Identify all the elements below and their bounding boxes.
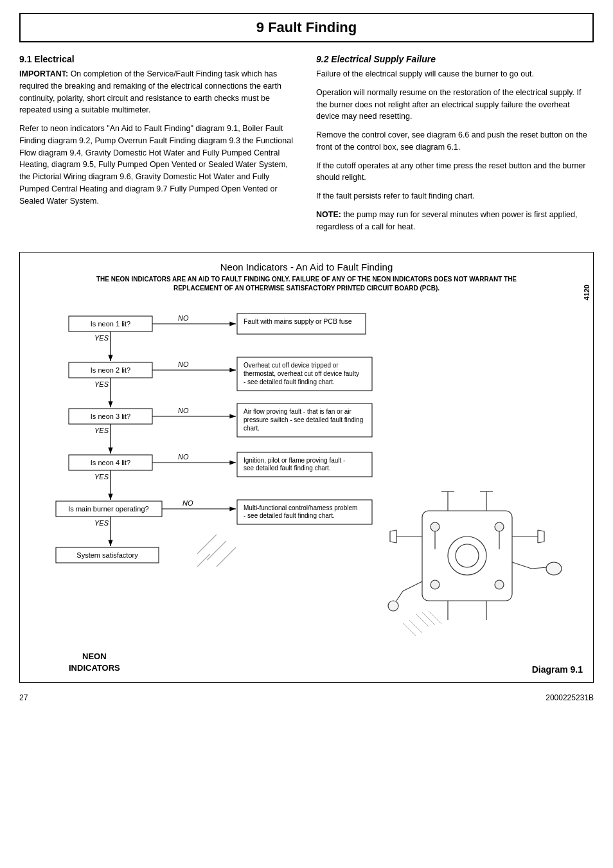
svg-text:Is neon 3 lit?: Is neon 3 lit? — [91, 412, 130, 420]
svg-line-52 — [197, 554, 210, 567]
section-92-para6-bold: NOTE: — [316, 210, 341, 219]
svg-text:- see detailed fault finding c: - see detailed fault finding chart. — [244, 512, 335, 519]
svg-line-82 — [396, 591, 403, 601]
two-col-sections: 9.1 Electrical IMPORTANT: On completion … — [19, 54, 594, 239]
section-92: 9.2 Electrical Supply Failure Failure of… — [316, 54, 594, 239]
svg-text:YES: YES — [94, 334, 109, 342]
svg-text:NO: NO — [178, 314, 189, 322]
flowchart-svg: Is neon 1 lit? NO Fault with mains suppl… — [30, 303, 390, 644]
svg-text:Is main burner operating?: Is main burner operating? — [68, 505, 148, 513]
section-92-para3: Remove the control cover, see diagram 6.… — [316, 129, 594, 154]
svg-text:chart.: chart. — [244, 425, 260, 432]
svg-text:NO: NO — [178, 453, 189, 461]
diagram-bottom-row: NEON INDICATORS Diagram 9.1 — [30, 651, 583, 674]
svg-line-88 — [403, 623, 416, 636]
page-title-bar: 9 Fault Finding — [19, 13, 594, 42]
svg-text:- see detailed fault finding c: - see detailed fault finding chart. — [244, 378, 335, 385]
svg-text:NO: NO — [178, 407, 189, 414]
svg-point-80 — [546, 562, 562, 575]
svg-text:System satisfactory: System satisfactory — [76, 551, 138, 559]
svg-text:thermostat, overheat cut off d: thermostat, overheat cut off device faul… — [244, 370, 359, 377]
section-92-para2: Operation will normally resume on the re… — [316, 87, 594, 123]
svg-text:Is neon 1 lit?: Is neon 1 lit? — [91, 320, 130, 328]
footer-page-number: 27 — [19, 693, 28, 702]
diagram-rotated-label: 4120 — [583, 285, 591, 300]
svg-point-74 — [431, 580, 440, 589]
svg-line-50 — [207, 541, 226, 560]
svg-point-70 — [448, 536, 486, 575]
diagram-subtitle-line2: REPLACEMENT OF AN OTHERWISE SATISFACTORY… — [173, 285, 440, 292]
section-91: 9.1 Electrical IMPORTANT: On completion … — [19, 54, 297, 239]
svg-line-87 — [409, 620, 422, 633]
svg-text:Overheat  cut off device tripp: Overheat cut off device tripped or — [244, 362, 339, 369]
svg-line-57 — [390, 530, 396, 531]
section-91-para1: IMPORTANT: On completion of the Service/… — [19, 68, 297, 116]
svg-line-62 — [538, 530, 544, 531]
diagram-title: Neon Indicators - An Aid to Fault Findin… — [30, 261, 583, 272]
diagram-subtitle: THE NEON INDICATORS ARE AN AID TO FAULT … — [30, 275, 583, 293]
svg-line-51 — [217, 547, 236, 567]
svg-line-78 — [512, 562, 531, 569]
neon-indicators-label: NEON INDICATORS — [69, 651, 120, 674]
svg-point-72 — [431, 522, 440, 531]
svg-line-81 — [403, 581, 422, 591]
svg-line-85 — [422, 612, 435, 625]
svg-text:NO: NO — [178, 360, 189, 368]
svg-text:Is neon 4 lit?: Is neon 4 lit? — [91, 459, 130, 466]
svg-text:YES: YES — [94, 473, 109, 481]
svg-line-79 — [531, 567, 547, 569]
diagram-subtitle-line1: THE NEON INDICATORS ARE AN AID TO FAULT … — [96, 276, 517, 283]
section-91-heading: 9.1 Electrical — [19, 54, 297, 64]
flowchart-area: Is neon 1 lit? NO Fault with mains suppl… — [30, 303, 583, 646]
svg-point-75 — [495, 580, 504, 589]
svg-line-63 — [538, 542, 544, 543]
svg-text:YES: YES — [94, 427, 109, 434]
page-footer: 27 2000225231B — [19, 693, 594, 702]
page: 9 Fault Finding 9.1 Electrical IMPORTANT… — [0, 0, 613, 868]
svg-text:Is neon 2 lit?: Is neon 2 lit? — [91, 366, 130, 374]
boiler-illustration — [384, 485, 583, 646]
svg-line-58 — [390, 542, 396, 543]
svg-text:NO: NO — [182, 499, 193, 507]
diagram-number-label: Diagram 9.1 — [532, 664, 583, 675]
section-92-para1: Failure of the electrical supply will ca… — [316, 68, 594, 80]
section-92-para4: If the cutoff operates at any other time… — [316, 160, 594, 184]
footer-doc-number: 2000225231B — [546, 693, 594, 702]
svg-text:YES: YES — [94, 519, 109, 527]
svg-text:YES: YES — [94, 380, 109, 388]
section-92-para5: If the fault persists refer to fault fin… — [316, 190, 594, 202]
svg-text:Multi-functional control/harne: Multi-functional control/harness problem — [244, 504, 357, 511]
neon-label-line1: NEON — [82, 651, 107, 661]
svg-text:see detailed fault finding cha: see detailed fault finding chart. — [244, 465, 331, 472]
neon-label-line2: INDICATORS — [69, 663, 120, 673]
svg-point-83 — [388, 601, 398, 611]
svg-line-49 — [197, 535, 217, 554]
svg-text:Fault with mains supply or PCB: Fault with mains supply or PCB fuse — [244, 317, 352, 325]
svg-line-84 — [416, 614, 429, 626]
svg-point-73 — [495, 522, 504, 531]
svg-text:pressure switch - see detailed: pressure switch - see detailed fault fin… — [244, 416, 363, 423]
page-title: 9 Fault Finding — [256, 19, 357, 35]
section-91-para1-bold: IMPORTANT: — [19, 69, 68, 78]
svg-text:Ignition, pilot or flame provi: Ignition, pilot or flame proving fault - — [244, 457, 345, 464]
diagram-box: Neon Indicators - An Aid to Fault Findin… — [19, 252, 594, 682]
section-92-para6: NOTE: the pump may run for several minut… — [316, 209, 594, 233]
svg-text:Air flow proving fault - that : Air flow proving fault - that is fan or … — [244, 408, 352, 415]
section-91-para2: Refer to neon indicators "An Aid to Faul… — [19, 123, 297, 207]
section-92-para6-rest: the pump may run for several minutes whe… — [316, 210, 577, 231]
svg-point-71 — [456, 544, 479, 567]
svg-line-86 — [429, 611, 441, 624]
section-92-heading: 9.2 Electrical Supply Failure — [316, 54, 594, 64]
